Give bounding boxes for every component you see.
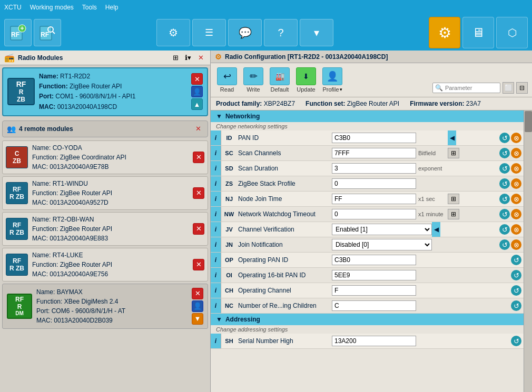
- param-restore-sc[interactable]: ↺: [499, 148, 510, 158]
- param-info-id[interactable]: i: [211, 130, 221, 145]
- param-default-sd[interactable]: ⊗: [511, 163, 521, 174]
- baymax-down-button[interactable]: ▼: [192, 313, 203, 325]
- add-device-button[interactable]: RF +: [4, 19, 32, 46]
- search-device-button[interactable]: RF: [34, 19, 61, 46]
- param-default-jn[interactable]: ⊗: [511, 239, 521, 250]
- write-button[interactable]: ✏ Write: [241, 66, 265, 94]
- param-info-sh[interactable]: i: [211, 334, 221, 348]
- param-default-nw[interactable]: ⊗: [511, 209, 521, 219]
- param-calc-nw[interactable]: ⊞: [448, 209, 459, 219]
- param-input-zs[interactable]: [332, 178, 416, 189]
- remove-rt1-windu-button[interactable]: ✕: [193, 187, 204, 199]
- remove-rt4-luke-button[interactable]: ✕: [193, 259, 204, 270]
- param-restore-zs[interactable]: ↺: [499, 178, 510, 189]
- param-restore-jv[interactable]: ↺: [499, 224, 510, 235]
- modules-layout-button[interactable]: ⊞: [170, 53, 181, 63]
- configure-baymax-button[interactable]: 👤: [192, 300, 203, 312]
- menu-working-modes[interactable]: Working modes: [30, 4, 74, 11]
- param-info-sc[interactable]: i: [211, 146, 221, 160]
- modules-info-button[interactable]: ℹ▾: [183, 53, 193, 63]
- profile-button[interactable]: 👤 Profile ▾: [320, 66, 344, 94]
- param-input-id[interactable]: [332, 133, 416, 143]
- param-restore-op[interactable]: ↺: [511, 255, 521, 265]
- radio-toolbar-left: ↩ Read ✏ Write 🏭 Default ⬇ Update 👤: [215, 66, 344, 94]
- param-info-sd[interactable]: i: [211, 161, 221, 176]
- param-info-oi[interactable]: i: [211, 268, 221, 283]
- param-input-nc[interactable]: [332, 300, 416, 311]
- param-restore-oi[interactable]: ↺: [511, 270, 521, 280]
- remote-module-rt1-windu: RF R ZB Name: RT1-WINDU Function: ZigBee…: [2, 176, 208, 210]
- param-restore-id[interactable]: ↺: [499, 133, 510, 143]
- param-info-jn[interactable]: i: [211, 237, 221, 252]
- close-remote-button[interactable]: ✕: [193, 124, 203, 134]
- settings-button[interactable]: ⚙: [429, 17, 460, 48]
- param-input-op[interactable]: [332, 255, 416, 265]
- param-restore-nc[interactable]: ↺: [511, 300, 521, 311]
- menu-tools[interactable]: Tools: [82, 4, 97, 11]
- param-default-id[interactable]: ⊗: [511, 133, 521, 143]
- help-button[interactable]: ?: [264, 19, 298, 46]
- collapse-button[interactable]: ⊟: [516, 82, 528, 94]
- tools-button[interactable]: ⚙: [156, 19, 190, 46]
- addressing-section-header[interactable]: ▼ Addressing: [211, 314, 524, 325]
- scrollbar-track[interactable]: [524, 110, 532, 392]
- remove-module-button[interactable]: ✕: [191, 73, 203, 85]
- param-info-jv[interactable]: i: [211, 222, 221, 237]
- configure-module-button[interactable]: 👤: [191, 86, 203, 97]
- param-actions-id: ↺ ⊗: [499, 133, 524, 143]
- param-input-sc[interactable]: [332, 148, 416, 158]
- param-info-op[interactable]: i: [211, 253, 221, 267]
- param-select-jv[interactable]: Enabled [1] Disabled [0]: [332, 224, 432, 235]
- update-button[interactable]: ⬇ Update: [294, 66, 318, 94]
- network-button[interactable]: ⬡: [496, 17, 528, 48]
- param-default-jv[interactable]: ⊗: [511, 224, 521, 235]
- selected-module-name: RT1-R2D2: [60, 73, 90, 80]
- rt2-obi-wan-function: ZigBee Router API: [60, 225, 112, 233]
- default-button[interactable]: 🏭 Default: [268, 66, 292, 94]
- param-input-sh[interactable]: [332, 336, 416, 346]
- addressing-title: Addressing: [225, 316, 260, 323]
- rt2-obi-wan-mac: 0013A20040A9E883: [50, 235, 108, 242]
- networking-section-header[interactable]: ▼ Networking: [211, 110, 524, 122]
- scrollbar-thumb[interactable]: [525, 111, 532, 132]
- param-restore-ch[interactable]: ↺: [511, 285, 521, 296]
- co-yoda-mac: 0013A20040A9E78B: [50, 163, 109, 170]
- param-input-sd[interactable]: [332, 163, 416, 174]
- param-input-oi[interactable]: [332, 270, 416, 280]
- param-info-nc[interactable]: i: [211, 298, 221, 313]
- param-info-nj[interactable]: i: [211, 192, 221, 206]
- monitor-button[interactable]: 🖥: [462, 17, 494, 48]
- menu-help[interactable]: Help: [105, 4, 119, 11]
- param-input-nw[interactable]: [332, 209, 416, 219]
- selected-module-icon: RF R ZB: [7, 78, 35, 105]
- param-info-nw[interactable]: i: [211, 207, 221, 222]
- param-restore-jn[interactable]: ↺: [499, 239, 510, 250]
- remove-baymax-button[interactable]: ✕: [192, 288, 203, 299]
- remove-rt2-obi-wan-button[interactable]: ✕: [193, 223, 204, 235]
- chat-button[interactable]: 💬: [228, 19, 262, 46]
- param-default-nj[interactable]: ⊗: [511, 194, 521, 204]
- more-button[interactable]: ▾: [300, 19, 333, 46]
- param-input-ch[interactable]: [332, 285, 416, 296]
- param-default-sc[interactable]: ⊗: [511, 148, 521, 158]
- remove-co-yoda-button[interactable]: ✕: [193, 152, 204, 163]
- param-info-ch[interactable]: i: [211, 283, 221, 298]
- param-restore-nj[interactable]: ↺: [499, 194, 510, 204]
- param-restore-sd[interactable]: ↺: [499, 163, 510, 174]
- param-restore-sh[interactable]: ↺: [511, 336, 521, 346]
- baymax-info: Name: BAYMAX Function: XBee DigiMesh 2.4…: [36, 287, 188, 325]
- param-restore-nw[interactable]: ↺: [499, 209, 510, 219]
- modules-close-button[interactable]: ✕: [195, 53, 206, 63]
- param-calc-nj[interactable]: ⊞: [448, 194, 459, 204]
- param-info-zs[interactable]: i: [211, 176, 221, 191]
- read-button[interactable]: ↩ Read: [215, 66, 239, 94]
- param-code-zs: ZS: [221, 180, 237, 187]
- search-input[interactable]: [445, 85, 498, 91]
- update-module-button[interactable]: ▲: [191, 98, 203, 110]
- param-select-jn[interactable]: Disabled [0] Enabled [1]: [332, 239, 432, 250]
- param-input-nj[interactable]: [332, 194, 416, 204]
- param-default-zs[interactable]: ⊗: [511, 178, 521, 189]
- config-button[interactable]: ☰: [192, 19, 226, 46]
- param-calc-sc[interactable]: ⊞: [448, 148, 459, 158]
- expand-button[interactable]: ⬜: [503, 82, 514, 94]
